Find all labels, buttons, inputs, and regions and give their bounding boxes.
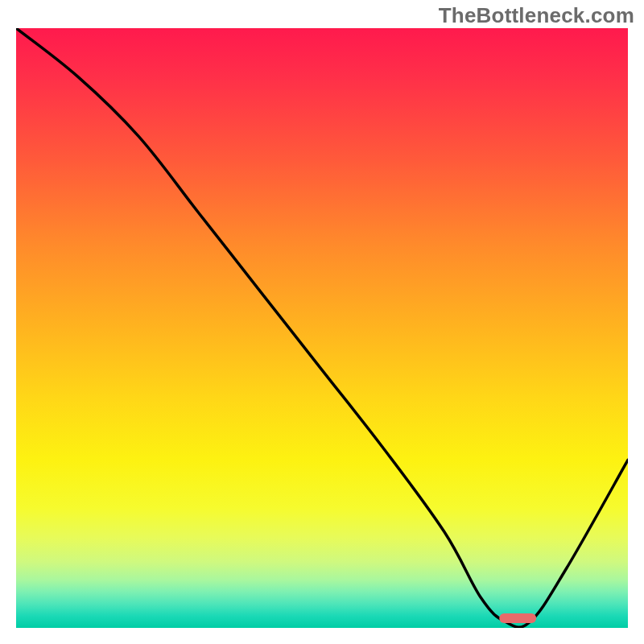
chart-svg — [16, 28, 628, 628]
bottleneck-curve — [16, 28, 628, 627]
plot-area — [16, 28, 628, 628]
chart-stage: TheBottleneck.com — [0, 0, 644, 644]
minimum-marker — [499, 613, 536, 623]
watermark-text: TheBottleneck.com — [439, 3, 634, 28]
